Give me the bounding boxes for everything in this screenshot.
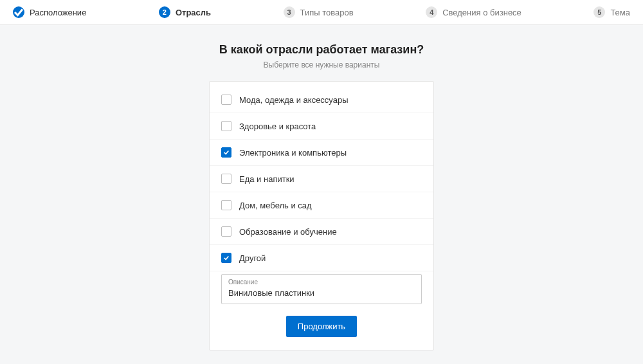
option-other[interactable]: Другой — [210, 245, 433, 271]
step-product-types[interactable]: 3 Типы товаров — [284, 6, 354, 18]
option-label: Образование и обучение — [239, 227, 337, 237]
step-business-info[interactable]: 4 Сведения о бизнесе — [426, 6, 521, 18]
step-number: 3 — [284, 6, 295, 18]
options-card: Мода, одежда и аксессуары Здоровье и кра… — [209, 81, 434, 350]
option-label: Мода, одежда и аксессуары — [239, 95, 349, 105]
step-industry[interactable]: 2 Отрасль — [159, 6, 211, 18]
step-label: Тема — [610, 8, 630, 17]
input-label: Описание — [228, 278, 415, 286]
continue-button[interactable]: Продолжить — [286, 316, 357, 337]
option-electronics[interactable]: Электроника и компьютеры — [210, 140, 433, 166]
option-food[interactable]: Еда и напитки — [210, 166, 433, 192]
step-number: 2 — [159, 6, 170, 18]
checkbox[interactable] — [221, 253, 231, 263]
other-description-wrap[interactable]: Описание — [221, 274, 422, 304]
step-label: Отрасль — [176, 8, 211, 17]
step-location[interactable]: Расположение — [13, 6, 86, 18]
checkbox[interactable] — [221, 226, 231, 237]
check-icon — [13, 6, 24, 18]
option-label: Дом, мебель и сад — [239, 201, 312, 210]
other-description-input[interactable] — [228, 288, 415, 298]
step-theme[interactable]: 5 Тема — [593, 6, 630, 18]
checkbox[interactable] — [221, 147, 231, 158]
step-label: Типы товаров — [300, 8, 354, 17]
checkbox[interactable] — [221, 95, 231, 105]
step-number: 4 — [426, 6, 437, 18]
step-label: Расположение — [30, 8, 86, 17]
option-education[interactable]: Образование и обучение — [210, 219, 433, 245]
step-label: Сведения о бизнесе — [442, 8, 521, 17]
option-label: Еда и напитки — [239, 174, 294, 184]
option-label: Здоровье и красота — [239, 122, 316, 131]
option-label: Электроника и компьютеры — [239, 148, 347, 158]
checkbox[interactable] — [221, 200, 231, 210]
option-home[interactable]: Дом, мебель и сад — [210, 192, 433, 219]
page-title: В какой отрасли работает магазин? — [0, 43, 643, 57]
option-health[interactable]: Здоровье и красота — [210, 113, 433, 140]
page-subtitle: Выберите все нужные варианты — [0, 60, 643, 69]
content: В какой отрасли работает магазин? Выбери… — [0, 25, 643, 363]
option-label: Другой — [239, 253, 266, 263]
checkbox[interactable] — [221, 121, 231, 131]
option-fashion[interactable]: Мода, одежда и аксессуары — [210, 87, 433, 113]
step-number: 5 — [593, 6, 605, 18]
checkbox[interactable] — [221, 174, 231, 184]
stepper: Расположение 2 Отрасль 3 Типы товаров 4 … — [0, 0, 643, 25]
